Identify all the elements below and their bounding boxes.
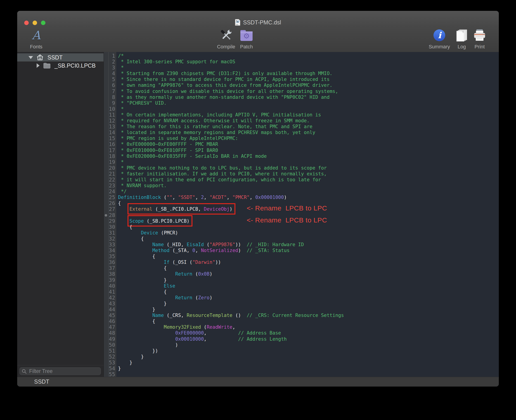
code-line: * [118, 106, 499, 112]
code-line: Name (_CRS, ResourceTemplate () // _CRS:… [118, 312, 499, 318]
tree-item-sb-pci0-lpcb[interactable]: _SB.PCI0.LPCB [17, 61, 104, 70]
code-line: }) [118, 348, 499, 354]
acpi-tree: SSDT _SB.PCI0.LPCB [17, 52, 104, 70]
home-icon [36, 54, 44, 61]
line-number: 22 [108, 177, 115, 183]
patch-label: Patch [229, 44, 263, 50]
line-number: 21 [108, 171, 115, 177]
code-line: Return (0x0B) [118, 271, 499, 277]
app-window: DSL SSDT-PMC.dsl A Fonts [17, 11, 499, 387]
window-title: SSDT-PMC.dsl [243, 19, 281, 26]
code-line: } [118, 366, 499, 371]
code-token: // _HID: Hardware ID [247, 242, 304, 247]
code-token: * located in separate memory regions and… [118, 130, 315, 135]
code-token: * [118, 159, 124, 165]
code-token: , [250, 195, 255, 200]
code-token [118, 271, 175, 277]
code-token: * 0xFE000000~0xFE00FFFF - PMC MBAR [118, 142, 218, 147]
fonts-icon: A [32, 29, 40, 41]
code-token: */ [118, 189, 127, 194]
code-line: * "PCHRESV" UID. [118, 100, 499, 106]
code-token: * NVRAM support. [118, 183, 167, 188]
fonts-label: Fonts [19, 44, 53, 50]
code-token [118, 330, 175, 336]
code-token: Device [141, 230, 158, 236]
line-number: 50 [108, 342, 115, 348]
line-number: 16 [108, 141, 115, 147]
code-token: , [227, 195, 232, 200]
code-token: { [118, 224, 132, 230]
code-token: DeviceObj [204, 206, 229, 212]
disclosure-open-icon[interactable] [29, 56, 33, 59]
code-token: * required for NVRAM access. Otherwise i… [118, 118, 310, 123]
code-token: Return [175, 271, 192, 277]
line-number: 11 [108, 112, 115, 118]
code-line: Scope (_SB.PCI0.LPCB)<- Rename LPCB to L… [118, 218, 499, 224]
code-line: * [118, 65, 499, 71]
line-number: 20 [108, 165, 115, 171]
code-line: DefinitionBlock ("", "SSDT", 2, "ACDT", … [118, 195, 499, 200]
code-line: } [118, 307, 499, 312]
code-line: */ [118, 188, 499, 195]
line-number: 45 [108, 312, 115, 318]
code-line: { [118, 236, 499, 242]
line-number: 24 [108, 188, 115, 195]
code-line: Device (PMCR) [118, 230, 499, 236]
line-number: 25 [108, 195, 115, 200]
highlight-box: Scope (_SB.PCI0.LPCB) [129, 218, 190, 224]
patch-button[interactable]: ⚙ Patch [229, 27, 263, 50]
code-line: * NVRAM support. [118, 183, 499, 188]
code-editor[interactable]: 1234567891011121314151617181920212223242… [104, 52, 499, 377]
tree-item-label: SSDT [47, 54, 63, 61]
code-token: ) [210, 271, 212, 277]
gear-icon: ⚙ [243, 32, 250, 40]
code-token [118, 283, 164, 289]
code-line: * located in separate memory regions and… [118, 129, 499, 135]
code-line: * PMC device has nothing to do to LPC bu… [118, 165, 499, 171]
code-line: If (_OSI ("Darwin")) [118, 259, 499, 265]
line-number: 27 [108, 206, 115, 212]
code-line: Method (_STA, 0, NotSerialized) // _STA:… [118, 248, 499, 253]
code-token: EisaId [187, 242, 204, 247]
line-number: 42 [108, 295, 115, 301]
code-token: ReadWrite [207, 324, 232, 330]
code-token: * 0xFE010000~0xFE010FFF - SPI BAR0 [118, 148, 218, 153]
filter-tree-input[interactable] [19, 367, 101, 375]
code-token: Method [152, 248, 170, 253]
code-token: * "PCHRESV" UID. [118, 100, 167, 106]
line-number: 3 [108, 65, 115, 71]
code-token: Scope [129, 218, 144, 224]
code-token: { [118, 289, 167, 294]
status-path: SSDT [34, 378, 49, 385]
line-number: 5 [108, 76, 115, 82]
line-number: 32 [108, 236, 115, 242]
line-number: 35 [108, 253, 115, 259]
code-line: { [118, 253, 499, 259]
line-number: 39 [108, 277, 115, 283]
disclosure-closed-icon[interactable] [37, 63, 39, 68]
code-token: , [204, 195, 209, 200]
line-number: 1 [108, 53, 115, 59]
tree-item-ssdt[interactable]: SSDT [17, 53, 104, 61]
code-line: * On certain implementations, including … [118, 112, 499, 118]
code-token [118, 295, 175, 300]
code-token: // Address Base [238, 330, 281, 336]
code-token: NotSerialized [201, 248, 238, 253]
line-number: 7 [108, 88, 115, 94]
line-number: 38 [108, 271, 115, 277]
code-token [118, 248, 152, 253]
code-line: * own naming "APP9876" to access this de… [118, 82, 499, 88]
code-line: 0x00010000, // Address Length [118, 336, 499, 342]
line-number: 18 [108, 153, 115, 159]
code-token [118, 313, 152, 318]
filter-tree-area [17, 365, 104, 377]
line-number: 49 [108, 336, 115, 342]
line-number: 43 [108, 301, 115, 307]
fonts-button[interactable]: A Fonts [19, 27, 53, 50]
code-line: Else [118, 283, 499, 289]
print-button[interactable]: Print [463, 27, 497, 50]
info-icon: i [433, 29, 446, 42]
code-token: 0x0B [198, 271, 210, 277]
code-token [118, 336, 175, 342]
code-line: * 0xFE010000~0xFE010FFF - SPI BAR0 [118, 147, 499, 153]
